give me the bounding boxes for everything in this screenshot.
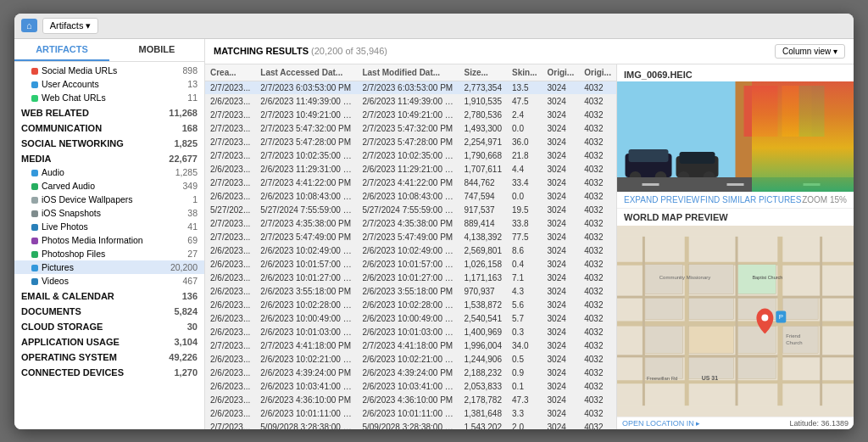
sidebar-category[interactable]: OPERATING SYSTEM49,226 [14,349,204,364]
home-button[interactable]: ⌂ [21,19,37,32]
table-cell: 2/6/2023 10:01:03:00 PM [255,325,357,338]
sidebar-category[interactable]: EMAIL & CALENDAR136 [14,288,204,303]
table-cell: 2,053,833 [459,379,508,393]
table-cell: 3024 [542,338,580,352]
table-column-header[interactable]: Skin... [507,64,542,81]
table-row[interactable]: 2/7/2023...2/7/2023 5:47:28:00 PM2/7/202… [205,135,616,148]
table-row[interactable]: 2/6/2023...2/6/2023 10:02:49:00 PM2/6/20… [205,243,616,257]
sidebar-sub-item[interactable]: Web Chat URLs11 [14,91,204,104]
sidebar-category[interactable]: CLOUD STORAGE30 [14,318,204,333]
table-cell: 4032 [579,189,616,203]
expand-preview-link[interactable]: EXPAND PREVIEW [624,195,699,204]
table-row[interactable]: 2/6/2023...2/6/2023 4:39:24:00 PM2/6/202… [205,366,616,379]
sidebar-sub-item[interactable]: Photoshop Files27 [14,247,204,260]
table-row[interactable]: 2/7/2023...2/7/2023 4:41:22:00 PM2/7/202… [205,176,616,189]
table-cell: 2/6/2023 10:00:49:00 PM [357,311,459,325]
table-row[interactable]: 2/6/2023...2/6/2023 11:49:39:00 PM2/6/20… [205,94,616,108]
sidebar-category-count: 168 [182,123,198,133]
table-column-header[interactable]: Origi... [542,64,580,81]
artifacts-dropdown-button[interactable]: Artifacts ▾ [42,18,99,34]
sidebar-category[interactable]: COMMUNICATION168 [14,120,204,135]
sidebar: ARTIFACTS MOBILE Social Media URLs898Use… [14,39,205,429]
table-row[interactable]: 2/6/2023...2/6/2023 10:02:21:00 PM2/6/20… [205,352,616,366]
sidebar-category-label: CLOUD STORAGE [21,322,103,332]
table-row[interactable]: 2/6/2023...2/6/2023 10:08:43:00 PM2/6/20… [205,189,616,203]
sidebar-category[interactable]: SOCIAL NETWORKING1,825 [14,135,204,150]
table-row[interactable]: 2/6/2023...2/6/2023 11:29:31:00 PM2/6/20… [205,162,616,176]
sidebar-category[interactable]: DOCUMENTS5,824 [14,303,204,318]
table-cell: 2/7/2023... [205,135,255,148]
sidebar-sub-item-label: Audio [31,167,64,177]
sidebar-sub-item[interactable]: iOS Device Wallpapers1 [14,193,204,206]
table-row[interactable]: 2/7/2023...2/7/2023 4:35:38:00 PM2/7/202… [205,216,616,230]
find-similar-link[interactable]: FIND SIMILAR PICTURES [700,195,801,204]
table-cell: 3024 [542,94,580,108]
sidebar-category[interactable]: APPLICATION USAGE3,104 [14,333,204,349]
table-row[interactable]: 2/7/2023...2/7/2023 6:03:53:00 PM2/7/202… [205,81,616,94]
table-cell: 1,707,611 [459,162,508,176]
sidebar-category[interactable]: WEB RELATED11,268 [14,104,204,120]
table-cell: 3024 [542,271,580,284]
table-row[interactable]: 2/6/2023...2/6/2023 10:01:03:00 PM2/6/20… [205,325,616,338]
table-cell: 1,543,202 [459,420,508,429]
sidebar-sub-item-count: 11 [187,92,198,103]
open-location-link[interactable]: OPEN LOCATION IN ▸ [622,419,700,428]
table-row[interactable]: 2/6/2023...2/6/2023 10:01:57:00 PM2/6/20… [205,257,616,271]
results-area: Crea...Last Accessed Dat...Last Modified… [205,64,854,429]
table-column-header[interactable]: Crea... [205,64,255,81]
sidebar-category[interactable]: MEDIA22,677 [14,150,204,165]
table-row[interactable]: 2/6/2023...2/6/2023 3:55:18:00 PM2/6/202… [205,284,616,298]
sidebar-sub-item-count: 1 [192,194,198,204]
table-row[interactable]: 2/6/2023...2/6/2023 10:01:11:00 PM2/6/20… [205,406,616,420]
table-row[interactable]: 2/6/2023...2/6/2023 10:00:49:00 PM2/6/20… [205,311,616,325]
table-cell: 2/6/2023 10:00:49:00 PM [255,311,357,325]
table-cell: 2/6/2023 3:55:18:00 PM [357,284,459,298]
table-row[interactable]: 5/27/202...5/27/2024 7:55:59:00 PM5/27/2… [205,203,616,216]
table-cell: 2,540,541 [459,311,508,325]
table-column-header[interactable]: Last Accessed Dat... [255,64,357,81]
table-row[interactable]: 2/7/2023...2/7/2023 10:49:21:00 PM2/7/20… [205,108,616,121]
svg-rect-36 [689,326,734,353]
sidebar-sub-item[interactable]: Videos467 [14,274,204,288]
table-cell: 2/7/2023 4:41:18:00 PM [357,338,459,352]
sidebar-sub-item[interactable]: Live Photos41 [14,220,204,233]
sidebar-sub-item-count: 1,285 [175,167,198,177]
svg-text:Church: Church [786,340,802,345]
sidebar-sub-item[interactable]: iOS Snapshots38 [14,206,204,220]
sidebar-sub-item[interactable]: Audio1,285 [14,165,204,179]
sidebar-sub-item[interactable]: Photos Media Information69 [14,233,204,247]
table-row[interactable]: 2/7/2023...2/7/2023 5:47:49:00 PM2/7/202… [205,230,616,243]
sidebar-category-label: OPERATING SYSTEM [21,352,117,362]
table-cell: 2/6/2023 10:01:27:00 PM [357,271,459,284]
table-row[interactable]: 2/7/2023...2/7/2023 4:41:18:00 PM2/7/202… [205,338,616,352]
tab-artifacts[interactable]: ARTIFACTS [14,39,109,61]
sidebar-sub-item[interactable]: User Accounts13 [14,77,204,91]
table-cell: 4032 [579,108,616,121]
table-cell: 2/6/2023 10:01:57:00 PM [255,257,357,271]
table-cell: 77.5 [507,230,542,243]
table-column-header[interactable]: Last Modified Dat... [357,64,459,81]
table-row[interactable]: 2/6/2023...2/6/2023 10:03:41:00 PM2/6/20… [205,379,616,393]
table-row[interactable]: 2/7/2023...2/7/2023 5:47:32:00 PM2/7/202… [205,121,616,135]
sidebar-sub-item[interactable]: Carved Audio349 [14,179,204,193]
svg-rect-31 [645,298,683,319]
table-row[interactable]: 2/6/2023...2/6/2023 10:02:28:00 PM2/6/20… [205,298,616,311]
tab-mobile[interactable]: MOBILE [109,39,204,61]
table-cell: 3024 [542,162,580,176]
sidebar-category[interactable]: CONNECTED DEVICES1,270 [14,364,204,379]
column-view-button[interactable]: Column view ▾ [775,44,845,59]
table-cell: 3024 [542,298,580,311]
table-cell: 2/6/2023 4:36:10:00 PM [357,393,459,406]
table-cell: 47.3 [507,393,542,406]
table-column-header[interactable]: Size... [459,64,508,81]
table-cell: 2/7/2023... [205,420,255,429]
table-row[interactable]: 2/6/2023...2/6/2023 4:36:10:00 PM2/6/202… [205,393,616,406]
table-row[interactable]: 2/7/2023...2/7/2023 10:02:35:00 PM2/7/20… [205,148,616,162]
table-cell: 1,381,648 [459,406,508,420]
table-cell: 3024 [542,311,580,325]
sidebar-sub-item[interactable]: Pictures20,200 [14,260,204,274]
sidebar-sub-item[interactable]: Social Media URLs898 [14,64,204,77]
table-column-header[interactable]: Origi... [579,64,616,81]
table-row[interactable]: 2/6/2023...2/6/2023 10:01:27:00 PM2/6/20… [205,271,616,284]
table-row[interactable]: 2/7/2023...5/09/2028 3:28:38:00 PM5/09/2… [205,420,616,429]
